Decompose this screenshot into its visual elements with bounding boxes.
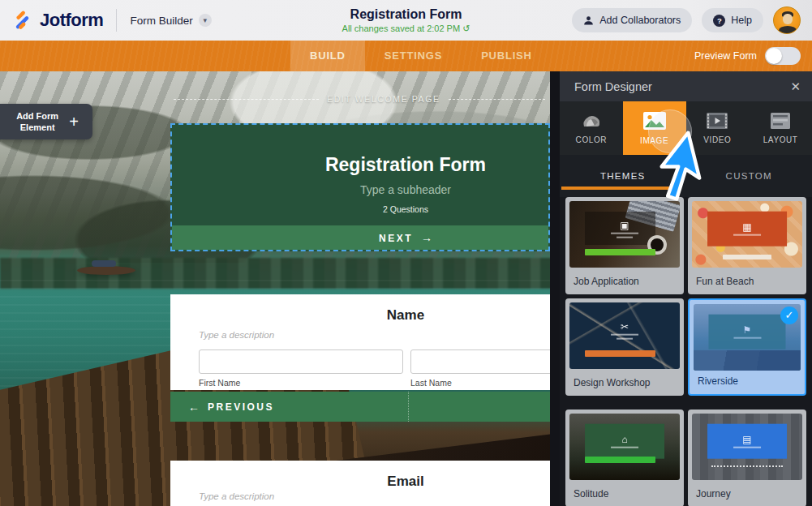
avatar-face <box>783 14 793 24</box>
thumb-progress-bar <box>585 249 655 255</box>
previous-button-content: ←PREVIOUS <box>188 401 274 414</box>
header-divider <box>116 9 117 32</box>
add-collaborators-button[interactable]: Add Collaborators <box>572 8 692 32</box>
email-description-placeholder[interactable]: Type a description <box>199 491 274 501</box>
thumb-text-line <box>611 447 638 448</box>
theme-glyph-icon: ▤ <box>742 435 751 444</box>
theme-card-solitude[interactable]: ⌂ Solitude <box>565 410 684 506</box>
welcome-question-count: 2 Questions <box>263 204 548 214</box>
question-icon: ? <box>713 15 725 27</box>
header-actions: Add Collaborators ? Help <box>572 6 801 34</box>
selected-check-icon: ✓ <box>780 307 798 324</box>
thumb-progress-bar <box>585 350 655 357</box>
app-header: Jotform Form Builder ▾ Registration Form… <box>0 0 812 41</box>
thumb-mini-form: ▦ <box>707 212 787 247</box>
name-description-placeholder[interactable]: Type a description <box>199 330 274 340</box>
help-button[interactable]: ? Help <box>702 8 763 32</box>
thumb-text-line <box>611 232 638 234</box>
tab-color[interactable]: COLOR <box>560 101 623 155</box>
thumb-dotted-line <box>711 465 782 467</box>
previous-label: PREVIOUS <box>208 401 274 413</box>
subtab-themes-label: THEMES <box>600 171 646 181</box>
jotform-wordmark: Jotform <box>40 10 103 31</box>
chevron-down-icon[interactable]: ▾ <box>199 14 212 27</box>
next-label: NEXT <box>379 233 413 244</box>
edit-welcome-page-label: EDIT WELCOME PAGE <box>327 94 440 104</box>
theme-card-design-workshop[interactable]: ✂ Design Workshop <box>565 298 684 396</box>
builder-nav-tabs: BUILD SETTINGS PUBLISH <box>290 41 552 71</box>
jotform-form-builder: Jotform Form Builder ▾ Registration Form… <box>0 0 812 506</box>
add-collaborators-label: Add Collaborators <box>599 15 681 26</box>
first-name-label: First Name <box>199 378 240 388</box>
last-name-input[interactable] <box>410 349 550 374</box>
page-divider <box>408 392 409 422</box>
theme-card-job-application[interactable]: ▣ Job Application <box>565 197 684 294</box>
person-icon <box>583 15 594 26</box>
theme-glyph-icon: ▣ <box>620 220 629 229</box>
tab-publish[interactable]: PUBLISH <box>462 41 552 71</box>
form-canvas: Add Form Element + EDIT WELCOME PAGE Reg… <box>0 71 560 506</box>
theme-name: Fun at Beach <box>688 268 806 294</box>
thumb-mini-form: ▤ <box>707 424 787 459</box>
add-form-element-button[interactable]: Add Form Element + <box>0 104 92 139</box>
theme-glyph-icon: ▦ <box>742 222 751 232</box>
help-label: Help <box>731 15 752 26</box>
jotform-logo-icon <box>11 10 32 31</box>
previous-button[interactable]: ←PREVIOUS <box>170 392 550 422</box>
welcome-title[interactable]: Registration Form <box>263 154 548 176</box>
layout-icon <box>770 112 791 130</box>
house-icon: ⌂ <box>621 435 627 444</box>
theme-thumbnail: ✂ <box>569 302 680 369</box>
panel-header: Form Designer ✕ <box>560 71 812 101</box>
preview-form-toggle[interactable] <box>765 47 801 65</box>
form-title[interactable]: Registration Form <box>350 7 462 22</box>
arrow-right-icon: → <box>421 231 432 244</box>
save-status-text: All changes saved at 2:02 PM <box>342 24 461 33</box>
theme-name: Solitude <box>565 480 684 506</box>
next-button-content: NEXT→ <box>263 231 548 244</box>
first-name-input[interactable] <box>199 349 403 374</box>
tab-settings[interactable]: SETTINGS <box>365 41 462 71</box>
preview-form-label: Preview Form <box>694 50 757 62</box>
theme-card-riverside[interactable]: ⚑ ✓ Riverside <box>688 298 806 396</box>
tab-build[interactable]: BUILD <box>290 41 365 71</box>
next-button[interactable]: NEXT→ <box>172 225 548 250</box>
email-question-card[interactable]: Email Type a description <box>170 461 550 506</box>
user-avatar[interactable] <box>773 6 801 34</box>
theme-thumbnail: ⌂ <box>569 414 680 480</box>
product-switcher[interactable]: Form Builder <box>130 15 192 27</box>
theme-thumbnail: ▣ <box>569 201 680 268</box>
theme-name: Journey <box>688 480 806 506</box>
last-name-label: Last Name <box>410 378 452 388</box>
color-wheel-icon <box>581 112 602 130</box>
panel-title: Form Designer <box>574 80 652 93</box>
theme-name: Design Workshop <box>565 369 684 396</box>
welcome-page-card[interactable]: Registration Form Type a subheader 2 Que… <box>170 123 550 251</box>
edit-welcome-page-marker[interactable]: EDIT WELCOME PAGE <box>174 94 545 104</box>
jotform-logo[interactable]: Jotform <box>11 10 103 31</box>
thumb-mini-form: ▣ <box>585 212 664 247</box>
thumb-progress-bar <box>585 457 655 463</box>
arrow-left-icon: ← <box>188 401 200 414</box>
theme-card-journey[interactable]: ▤ Journey <box>688 410 806 506</box>
canvas-right-edge <box>550 71 560 506</box>
name-question-title[interactable]: Name <box>261 307 550 324</box>
small-boat <box>77 266 135 275</box>
thumb-text-line <box>611 333 638 335</box>
thumb-mini-form: ✂ <box>585 313 664 348</box>
plus-icon: + <box>69 113 79 131</box>
welcome-subheader-placeholder[interactable]: Type a subheader <box>263 183 548 196</box>
tab-layout[interactable]: LAYOUT <box>749 101 812 155</box>
dashed-line <box>174 99 319 100</box>
theme-name: Riverside <box>690 367 805 394</box>
close-icon[interactable]: ✕ <box>790 79 801 94</box>
email-question-title[interactable]: Email <box>261 474 550 490</box>
name-question-card[interactable]: Name Type a description First Name Last … <box>170 294 550 390</box>
tab-color-label: COLOR <box>576 135 608 144</box>
video-icon <box>706 112 728 130</box>
theme-name: Job Application <box>565 268 684 294</box>
theme-thumbnail: ▤ <box>692 414 802 480</box>
save-status: All changes saved at 2:02 PM ↺ <box>342 24 470 34</box>
revision-history-icon[interactable]: ↺ <box>462 24 470 33</box>
theme-card-fun-at-beach[interactable]: ▦ Fun at Beach <box>688 197 806 294</box>
